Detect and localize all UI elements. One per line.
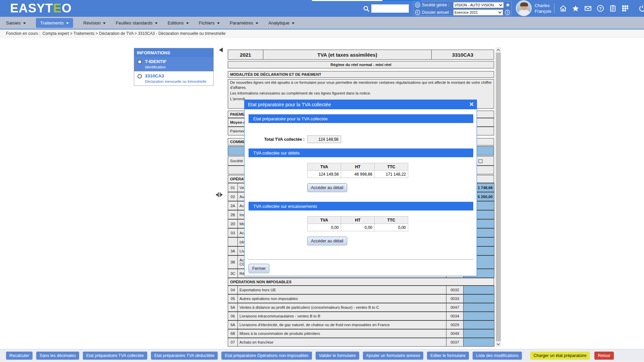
row-value-cell[interactable]: [463, 286, 494, 294]
avatar[interactable]: [516, 0, 532, 16]
sidebar-item-3310ca3[interactable]: 3310CA3 Déclaration mensuelle ou trimest…: [134, 71, 213, 85]
societe-checkbox[interactable]: [478, 159, 483, 163]
retour-button[interactable]: Retour: [594, 352, 614, 360]
scroll-down-icon[interactable]: [495, 341, 501, 347]
collapse-panel-icon[interactable]: [219, 48, 223, 52]
mail-icon[interactable]: [584, 5, 592, 12]
row-code: 04: [228, 286, 238, 294]
form-row-05: 05 Autres opérations non imposables 0033: [228, 294, 494, 303]
company-context-panel: Société gérée : VISION - AUTO VISION ★ D…: [413, 1, 512, 16]
form-row-07: 07 Achats en franchise 0037: [228, 338, 494, 347]
main-menu: Saisies Traitements Révision Feuilles st…: [0, 17, 644, 29]
encaissements-tva-value: 0,00: [308, 224, 341, 231]
row-ref: 0032: [446, 286, 464, 294]
menu-label: Fichiers: [199, 20, 215, 25]
row-ref: 0037: [446, 338, 464, 347]
modal-title-bar: Etat préparatoire pour la TVA collectée: [245, 100, 477, 109]
debits-detail-button[interactable]: Accéder au détail: [307, 183, 347, 192]
row-value-cell[interactable]: [463, 329, 494, 338]
dossier-value: Exercice 2021: [454, 10, 498, 14]
etat-tva-deductible-button[interactable]: Etat préparatoire TVA déductible: [151, 352, 218, 360]
splitter-handle-icon[interactable]: [216, 192, 224, 197]
row-label: Livraisons d'électricité, de gaz naturel…: [237, 320, 446, 329]
row-label: Achats en franchise: [237, 338, 446, 347]
row-value-cell[interactable]: [463, 338, 494, 347]
societe-select[interactable]: VISION - AUTO VISION: [453, 2, 504, 8]
menu-feuilles-standards[interactable]: Feuilles standards: [116, 20, 158, 25]
form-year-cell: 2021: [228, 50, 263, 60]
encaissements-ht-value: 0,00: [341, 224, 375, 231]
row-value-cell[interactable]: [463, 312, 494, 320]
encaissements-ttc-value: 0,00: [375, 224, 408, 231]
modal-section-debits-header: TVA collectée sur débits: [249, 148, 473, 157]
notice-line: Les informations nécessaires au compléme…: [228, 90, 494, 96]
logo-text-2: O: [62, 1, 72, 15]
close-icon[interactable]: ✕: [469, 101, 474, 108]
home-icon[interactable]: [559, 5, 567, 12]
menu-parametres[interactable]: Paramètres: [230, 20, 258, 25]
favorite-star-icon[interactable]: ★: [505, 2, 510, 8]
clipboard-icon[interactable]: [609, 5, 616, 12]
col-header-ht: HT: [341, 217, 375, 224]
ajouter-formulaire-annexe-button[interactable]: Ajouter un formulaire annexe: [363, 352, 424, 360]
col-header-tva: TVA: [308, 163, 341, 171]
row-label: Mises à la consommation de produits pétr…: [237, 329, 446, 338]
fermer-button[interactable]: Fermer: [249, 264, 269, 273]
radio-icon: [138, 60, 142, 64]
total-tva-value: 124 149,56: [307, 135, 341, 143]
app-header: EASYTEO Société gérée : VISION - AUTO VI…: [0, 0, 644, 17]
encaissements-detail-button[interactable]: Accéder au détail: [307, 237, 347, 245]
charger-etat-preparatoire-button[interactable]: Charger un état préparatoire: [530, 352, 590, 360]
menu-editions[interactable]: Editions: [168, 20, 189, 25]
menu-label: Feuilles standards: [116, 20, 153, 25]
col-header-ttc: TTC: [375, 217, 408, 224]
row-code: [228, 237, 238, 246]
liste-modifications-button[interactable]: Liste des modifications: [473, 352, 522, 360]
row-code: 2D: [228, 219, 238, 228]
valider-formulaire-button[interactable]: Valider le formulaire: [316, 352, 359, 360]
power-icon[interactable]: [639, 5, 644, 12]
form-scrollbar[interactable]: [495, 47, 501, 347]
debits-table: TVA HT TTC 124 149,56 46 998,66 171 148,…: [307, 163, 408, 178]
scroll-up-icon[interactable]: [495, 47, 501, 53]
menu-analytique[interactable]: Analytique: [268, 20, 294, 25]
row-value-cell[interactable]: [463, 294, 494, 303]
menu-fichiers[interactable]: Fichiers: [199, 20, 220, 25]
help-icon[interactable]: ?: [597, 5, 604, 12]
row-code: 06: [228, 312, 238, 320]
dossier-select[interactable]: Exercice 2021: [453, 9, 503, 15]
next-circle-icon[interactable]: [505, 10, 510, 15]
sans-decimales-button[interactable]: Sans les décimales: [36, 352, 79, 360]
etat-tva-collectee-button[interactable]: Etat préparatoire TVA collectée: [83, 352, 147, 360]
row-code: 05: [228, 294, 238, 303]
previous-circle-icon[interactable]: [415, 10, 420, 15]
sidebar-item-t-identif[interactable]: T-IDENTIF Identification: [134, 57, 213, 71]
chevron-down-icon: [217, 22, 220, 24]
menu-saisies[interactable]: Saisies: [6, 20, 26, 25]
row-value-cell[interactable]: [463, 303, 494, 312]
scrollbar-thumb[interactable]: [496, 53, 501, 341]
form-code-cell: 3310CA3: [431, 50, 494, 60]
apps-grid-icon[interactable]: [622, 5, 629, 12]
row-code: 01: [228, 183, 238, 192]
informations-panel-title: INFORMATIONS: [134, 48, 213, 57]
menu-label: Saisies: [6, 20, 21, 25]
recalculer-button[interactable]: Recalculer: [6, 352, 33, 360]
row-label: Ventes à distance au profit de particuli…: [237, 303, 446, 312]
home-circle-icon[interactable]: [415, 2, 420, 8]
row-code: 6A: [228, 320, 238, 329]
breadcrumb: Fonction en cours : Compta expert > Trai…: [0, 29, 644, 38]
row-value-cell[interactable]: [463, 320, 494, 329]
sidebar-item-code: T-IDENTIF: [145, 59, 167, 64]
societe-row-label: Société: [230, 159, 243, 163]
star-icon[interactable]: [572, 5, 579, 12]
menu-traitements[interactable]: Traitements: [36, 18, 73, 28]
search-input[interactable]: [371, 4, 409, 13]
form-row-5a: 5A Ventes à distance au profit de partic…: [228, 303, 494, 312]
editer-formulaire-button[interactable]: Editer le formulaire: [427, 352, 469, 360]
etat-operations-non-imposables-button[interactable]: Etat préparatoire Opérations non-imposab…: [221, 352, 312, 360]
row-ref: 0047: [446, 303, 464, 312]
row-code: 02: [228, 192, 238, 201]
menu-revision[interactable]: Révision: [83, 20, 106, 25]
row-label: Livraisons intracommunautaires - ventes …: [237, 312, 446, 320]
